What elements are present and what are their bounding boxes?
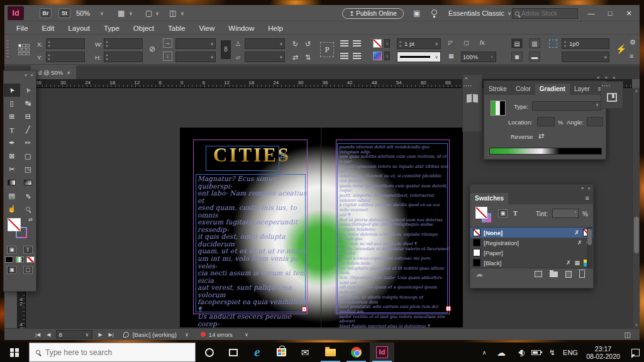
collapse-panel-icon[interactable]: « [581, 185, 584, 191]
cortana-button[interactable] [197, 343, 221, 362]
gear-icon[interactable]: ⚙ [630, 38, 636, 47]
direct-selection-tool[interactable]: ➤ [20, 84, 36, 97]
stroke-style-combo[interactable]: ∨ [397, 52, 441, 62]
file-explorer-button[interactable] [318, 343, 343, 362]
menu-table[interactable]: Table [161, 25, 192, 32]
overset-text-indicator[interactable]: + [446, 306, 451, 311]
minimize-button[interactable]: — [584, 8, 598, 19]
eyedropper-tool[interactable]: ✎ [20, 189, 36, 202]
rotate-ccw-icon[interactable]: ↺ [305, 40, 311, 48]
constrain-proportions-icon[interactable]: ⊘ [149, 45, 155, 53]
volume-tray-icon[interactable] [511, 343, 527, 362]
stock-button[interactable]: St [58, 8, 70, 18]
fill-proxy-swatch[interactable] [8, 218, 21, 231]
rectangle-tool[interactable]: ▢ [20, 150, 36, 163]
chevron-down-icon[interactable]: ∨ [182, 332, 192, 337]
type-tool[interactable]: T [4, 123, 20, 136]
chevron-down-icon[interactable]: ∨ [100, 11, 104, 16]
shear-angle-field[interactable]: ∨ [245, 52, 285, 62]
swatch-row-registration[interactable]: [Registration] ✗⊕ [470, 238, 593, 248]
collapse-dock-icon[interactable]: « [597, 75, 599, 80]
onedrive-tray-icon[interactable]: ☁ [493, 343, 509, 362]
lightbulb-icon[interactable] [431, 9, 437, 15]
formatting-affects-text-button[interactable]: T [23, 246, 33, 254]
free-transform-tool[interactable]: ◳ [20, 163, 36, 176]
link-scale-icon[interactable]: 8 [221, 40, 231, 59]
x-field[interactable]: ▴▾ [46, 38, 85, 49]
stroke-color-swatch[interactable] [373, 39, 382, 48]
panel-menu-icon[interactable]: ≡ [630, 52, 633, 60]
close-icon[interactable]: × [587, 185, 591, 191]
action-center-button[interactable] [626, 343, 644, 362]
menu-help[interactable]: Help [261, 25, 290, 32]
gradient-thumbnail[interactable] [491, 101, 506, 116]
usb-tray-icon[interactable]: ↯ [545, 343, 560, 362]
gradient-feather-tool[interactable] [20, 176, 36, 189]
preflight-icon[interactable] [123, 332, 129, 337]
swatch-row-black[interactable]: [Black] ✗▦ [470, 258, 593, 268]
menu-object[interactable]: Object [126, 25, 161, 32]
arrange-documents-icon[interactable]: ◫ [169, 9, 176, 18]
effects-button[interactable]: fx. [480, 40, 486, 46]
pen-tool[interactable]: ✒ [4, 136, 20, 150]
align-center-icon[interactable] [353, 40, 361, 47]
apply-gradient-button[interactable] [16, 256, 24, 263]
reference-point-proxy[interactable] [18, 44, 30, 55]
fill-color-swatch[interactable] [373, 52, 382, 60]
flip-vertical-icon[interactable]: ⇅ [305, 53, 311, 62]
wrap-jump-button[interactable]: ▬ [529, 52, 540, 62]
chevron-down-icon[interactable]: ∨ [508, 11, 511, 16]
hand-tool[interactable]: ☝ [4, 202, 20, 216]
publish-online-button[interactable]: ↥ Publish Online [342, 8, 404, 19]
line-tool[interactable]: ╱ [20, 123, 36, 136]
frame-tool[interactable]: ⊠ [4, 150, 20, 163]
gradient-swatch-tool[interactable] [4, 176, 20, 189]
new-group-button[interactable] [550, 272, 558, 277]
page-tool[interactable]: ▯ [4, 97, 20, 110]
taskbar-search[interactable] [29, 343, 196, 362]
view-options-icon[interactable]: ▦ [118, 9, 125, 18]
location-field[interactable] [537, 117, 555, 126]
menu-file[interactable]: File [9, 25, 35, 32]
swatch-row-none[interactable]: [None] ✗ [470, 228, 593, 238]
content-collector-tool[interactable]: ⊞ [4, 110, 20, 123]
normal-view-mode-button[interactable]: ▣ [7, 266, 16, 274]
vertical-scrollbar[interactable]: ∧ ∨ [632, 88, 640, 328]
apply-color-button[interactable] [5, 256, 13, 263]
menu-edit[interactable]: Edit [35, 25, 62, 32]
preview-mode-button[interactable]: ▢ [23, 266, 33, 274]
page-number-combo[interactable]: ∨ [56, 330, 92, 339]
opacity-field[interactable]: 100%› [461, 52, 496, 62]
taskbar-search-input[interactable] [45, 348, 171, 357]
tab-layer[interactable]: Layer [570, 84, 594, 95]
cc-libraries-icon[interactable]: ☁ [475, 270, 483, 278]
next-page-button[interactable]: ▶ [95, 332, 105, 337]
tab-color[interactable]: Color [511, 84, 535, 95]
scissors-tool[interactable]: ✂ [4, 163, 20, 176]
overset-text-indicator[interactable]: + [302, 307, 307, 312]
close-button[interactable]: ✕ [622, 8, 636, 19]
page-number-input[interactable] [57, 331, 82, 338]
align-top-icon[interactable] [340, 40, 348, 47]
chrome-button[interactable] [344, 343, 369, 362]
formatting-affects-text-button[interactable]: T [513, 210, 518, 217]
preflight-profile[interactable]: [Basic] (working) [133, 331, 177, 338]
flip-horizontal-icon[interactable]: ⇄ [292, 53, 298, 62]
gap-tool[interactable]: ↹ [20, 97, 36, 110]
corner-options-icon[interactable]: ◸ [448, 40, 453, 46]
scroll-up-icon[interactable]: ∧ [633, 89, 640, 94]
swatch-scrollbar[interactable] [587, 228, 592, 268]
pencil-tool[interactable]: ✏ [20, 136, 36, 150]
stock-search-input[interactable] [521, 10, 572, 17]
error-count[interactable]: 14 errors [209, 331, 233, 338]
w-field[interactable]: ▴▾ [104, 38, 143, 49]
wrap-bounding-button[interactable]: ▥ [529, 38, 540, 48]
tab-gradient[interactable]: Gradient [535, 84, 570, 95]
page-spread[interactable]: CITIES # Magnatur? Ecus simus, quiberspi… [180, 128, 463, 327]
formatting-affects-container-button[interactable]: ▣ [7, 246, 16, 254]
collapse-panel-icon[interactable]: « [25, 72, 27, 78]
adobe-stock-search[interactable] [512, 8, 578, 19]
new-swatch-button[interactable] [535, 271, 542, 277]
panel-grip[interactable]: ······ [4, 79, 36, 84]
distribute-icon[interactable] [353, 53, 361, 60]
